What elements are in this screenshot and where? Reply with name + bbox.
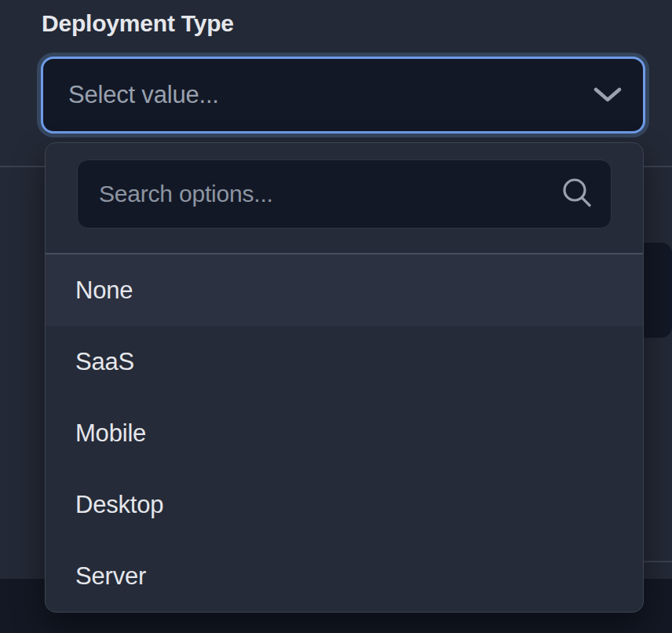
option-none[interactable]: None (46, 254, 643, 326)
field-label: Deployment Type (42, 10, 234, 37)
chevron-down-icon (593, 86, 623, 104)
select-placeholder: Select value... (68, 81, 219, 109)
option-server[interactable]: Server (46, 540, 643, 612)
option-saas[interactable]: SaaS (46, 326, 643, 397)
deployment-type-select[interactable]: Select value... (41, 57, 645, 134)
page: Deployment Type Select value... NoneSaaS… (0, 0, 672, 633)
option-mobile[interactable]: Mobile (46, 397, 643, 469)
search-input[interactable] (78, 160, 560, 228)
search-icon (560, 176, 596, 212)
deployment-type-dropdown: NoneSaaSMobileDesktopServer (45, 142, 644, 613)
option-desktop[interactable]: Desktop (46, 469, 643, 540)
dropdown-search-box[interactable] (77, 159, 612, 229)
options-list: NoneSaaSMobileDesktopServer (46, 253, 643, 612)
